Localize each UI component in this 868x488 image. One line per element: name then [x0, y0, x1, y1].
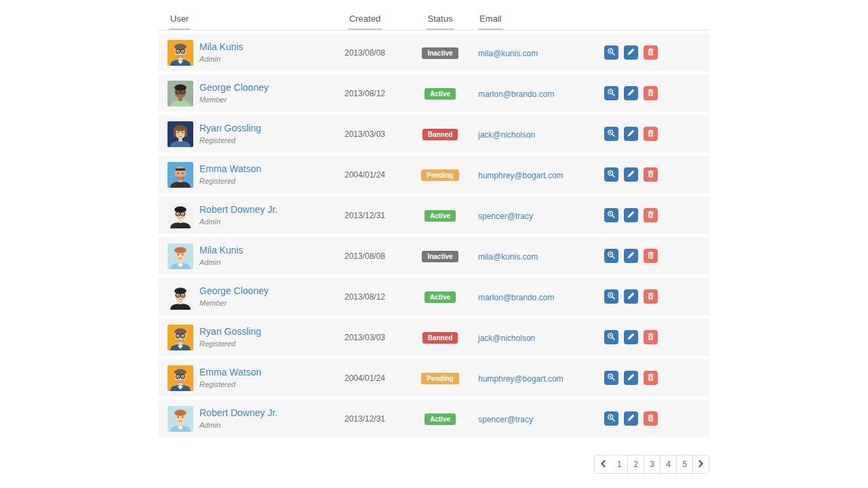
delete-button[interactable] — [644, 45, 658, 60]
email-link[interactable]: marlon@brando.com — [478, 89, 554, 99]
user-cell: Mila Kunis Admin — [158, 243, 321, 269]
created-cell: 2013/03/03 — [321, 333, 409, 342]
edit-button[interactable] — [624, 86, 638, 100]
email-cell: mila@kunis.com — [471, 47, 600, 59]
column-header-status-label[interactable]: Status — [427, 14, 454, 30]
status-badge: Banned — [422, 332, 458, 344]
user-cell: Emma Watson Registered — [158, 162, 321, 188]
chevron-right-icon — [698, 460, 704, 470]
edit-button[interactable] — [624, 249, 638, 263]
user-role: Member — [199, 96, 226, 104]
pencil-icon — [627, 169, 635, 180]
view-button[interactable] — [604, 167, 618, 182]
pencil-icon — [627, 88, 635, 99]
column-header-user-label[interactable]: User — [169, 14, 190, 30]
page-button-5[interactable]: 5 — [676, 455, 692, 473]
edit-button[interactable] — [624, 330, 638, 344]
user-name-link[interactable]: Robert Downey Jr. — [199, 204, 277, 215]
status-cell: Banned — [409, 331, 471, 344]
page-button-3[interactable]: 3 — [644, 455, 660, 473]
table-row: Robert Downey Jr. Admin 2013/12/31 Activ… — [158, 197, 709, 234]
delete-button[interactable] — [644, 371, 658, 385]
email-link[interactable]: humphrey@bogart.com — [478, 171, 564, 180]
user-role: Admin — [199, 55, 220, 63]
actions-cell — [600, 127, 709, 141]
view-button[interactable] — [604, 208, 618, 222]
edit-button[interactable] — [624, 208, 638, 222]
edit-button[interactable] — [624, 371, 638, 385]
email-link[interactable]: jack@nicholson — [478, 130, 535, 140]
status-cell: Active — [409, 290, 471, 303]
user-name-link[interactable]: George Clooney — [199, 82, 269, 93]
user-name-link[interactable]: Mila Kunis — [199, 41, 243, 52]
table-row: Mila Kunis Admin 2013/08/08 Inactive mil… — [158, 237, 709, 274]
user-name-link[interactable]: Mila Kunis — [199, 245, 243, 256]
next-page-button[interactable] — [692, 455, 709, 473]
delete-button[interactable] — [644, 127, 658, 141]
user-role: Admin — [199, 258, 220, 266]
page-button-2[interactable]: 2 — [627, 455, 644, 473]
delete-button[interactable] — [644, 249, 658, 263]
view-button[interactable] — [604, 371, 618, 385]
edit-button[interactable] — [624, 127, 638, 141]
email-cell: marlon@brando.com — [471, 291, 600, 303]
email-link[interactable]: spencer@tracy — [478, 415, 533, 424]
column-header-email-label[interactable]: Email — [478, 14, 503, 30]
avatar — [167, 162, 193, 188]
delete-button[interactable] — [644, 330, 658, 344]
email-link[interactable]: mila@kunis.com — [478, 49, 538, 58]
email-link[interactable]: humphrey@bogart.com — [478, 374, 564, 384]
delete-button[interactable] — [644, 86, 658, 100]
created-cell: 2013/08/12 — [321, 89, 409, 98]
user-name-link[interactable]: Robert Downey Jr. — [199, 407, 277, 418]
previous-page-button[interactable] — [595, 455, 611, 473]
delete-button[interactable] — [644, 289, 658, 304]
view-button[interactable] — [604, 45, 618, 60]
edit-button[interactable] — [624, 289, 638, 304]
email-link[interactable]: mila@kunis.com — [478, 252, 538, 262]
user-role: Registered — [199, 380, 235, 388]
page-button-1[interactable]: 1 — [611, 455, 627, 473]
view-button[interactable] — [604, 411, 618, 426]
status-badge: Banned — [422, 129, 458, 140]
delete-button[interactable] — [644, 411, 658, 426]
trash-icon — [646, 47, 655, 58]
status-badge: Active — [425, 413, 456, 425]
view-button[interactable] — [604, 289, 618, 304]
edit-button[interactable] — [624, 45, 638, 60]
actions-cell — [600, 371, 709, 385]
column-header-created-label[interactable]: Created — [348, 14, 382, 30]
email-link[interactable]: spencer@tracy — [478, 211, 533, 221]
view-button[interactable] — [604, 330, 618, 344]
user-name-link[interactable]: Ryan Gossling — [199, 326, 261, 337]
view-button[interactable] — [604, 249, 618, 263]
pencil-icon — [627, 251, 635, 262]
email-cell: spencer@tracy — [471, 209, 600, 222]
created-cell: 2013/08/08 — [321, 251, 409, 261]
actions-cell — [600, 167, 709, 182]
edit-button[interactable] — [624, 167, 638, 182]
status-cell: Banned — [409, 127, 471, 140]
view-button[interactable] — [604, 86, 618, 100]
avatar — [167, 406, 193, 432]
table-header: User Created Status Email — [158, 11, 709, 30]
user-name-link[interactable]: Emma Watson — [199, 163, 261, 174]
status-badge: Inactive — [422, 251, 458, 262]
email-link[interactable]: jack@nicholson — [478, 333, 535, 343]
page-button-4[interactable]: 4 — [660, 455, 676, 473]
actions-cell — [600, 86, 709, 100]
user-table: User Created Status Email — [158, 11, 709, 474]
email-cell: mila@kunis.com — [471, 250, 600, 262]
trash-icon — [646, 88, 655, 99]
user-name-link[interactable]: George Clooney — [199, 285, 269, 296]
user-info: Emma Watson Registered — [199, 163, 261, 186]
delete-button[interactable] — [644, 208, 658, 222]
user-name-link[interactable]: Ryan Gossling — [199, 123, 261, 134]
view-button[interactable] — [604, 127, 618, 141]
delete-button[interactable] — [644, 167, 658, 182]
actions-cell — [600, 411, 709, 426]
edit-button[interactable] — [624, 411, 638, 426]
email-link[interactable]: marlon@brando.com — [478, 293, 554, 302]
user-name-link[interactable]: Emma Watson — [199, 367, 261, 378]
avatar — [167, 365, 193, 391]
